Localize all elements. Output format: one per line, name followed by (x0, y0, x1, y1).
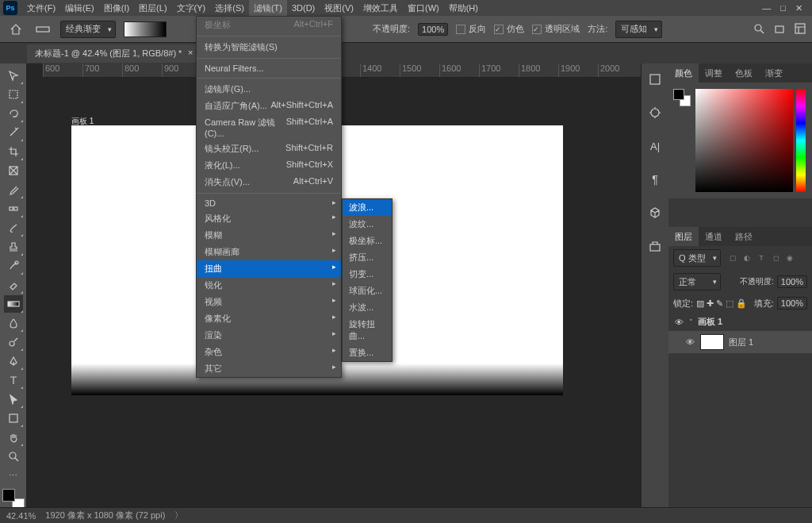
maximize-button[interactable]: □ (780, 3, 786, 13)
pen-tool[interactable] (4, 352, 23, 370)
workspace-icon[interactable] (795, 23, 806, 36)
menu-select[interactable]: 选择(S) (210, 0, 249, 17)
distort-ripple[interactable]: 波纹... (343, 216, 392, 233)
lasso-tool[interactable] (4, 105, 23, 122)
filter-sharpen[interactable]: 锐化 (197, 277, 341, 294)
zoom-tool[interactable] (4, 448, 23, 465)
panel-icon-para[interactable]: ¶ (647, 171, 663, 187)
frame-tool[interactable] (4, 162, 23, 179)
close-button[interactable]: ✕ (795, 3, 802, 13)
distort-displace[interactable]: 置换... (343, 344, 392, 361)
hue-slider[interactable] (796, 89, 806, 192)
tab-swatches[interactable]: 色板 (729, 63, 759, 83)
filter-blur-gallery[interactable]: 模糊画廊 (197, 244, 341, 260)
filter-3d[interactable]: 3D (197, 196, 341, 210)
filter-neural[interactable]: Neural Filters... (197, 61, 341, 75)
distort-polar[interactable]: 极坐标... (343, 233, 392, 249)
panel-icon-libs[interactable] (647, 238, 663, 254)
gradient-tool[interactable] (4, 295, 23, 313)
history-brush-tool[interactable] (4, 257, 23, 275)
menu-image[interactable]: 图像(I) (99, 0, 134, 17)
zoom-level[interactable]: 42.41% (6, 511, 36, 521)
layer-kind-dropdown[interactable]: Q 类型 (673, 249, 721, 267)
marquee-tool[interactable] (4, 86, 23, 103)
opacity-value[interactable]: 100% (418, 23, 448, 36)
filter-blur[interactable]: 模糊 (197, 227, 341, 244)
brush-tool[interactable] (4, 219, 23, 237)
layer-item[interactable]: 👁 图层 1 (668, 331, 812, 353)
panel-icon-learn[interactable] (647, 71, 663, 87)
path-select-tool[interactable] (4, 390, 23, 408)
filter-noise[interactable]: 杂色 (197, 344, 341, 360)
chevron-down-icon[interactable]: ˅ (689, 318, 693, 326)
panel-icon-adjust[interactable] (647, 105, 663, 121)
tab-color[interactable]: 颜色 (668, 63, 699, 83)
tab-gradients[interactable]: 渐变 (759, 63, 789, 83)
filter-last[interactable]: 极坐标Alt+Ctrl+F (197, 17, 341, 33)
minimize-button[interactable]: — (762, 3, 771, 13)
visibility-icon[interactable]: 👁 (684, 337, 695, 347)
share-icon[interactable] (774, 23, 785, 36)
filter-other[interactable]: 其它 (197, 360, 341, 377)
stamp-tool[interactable] (4, 238, 23, 256)
blend-mode-dropdown[interactable]: 正常 (673, 273, 721, 290)
eraser-tool[interactable] (4, 276, 23, 294)
doc-info[interactable]: 1920 像素 x 1080 像素 (72 ppi) (45, 510, 165, 521)
search-icon[interactable] (753, 23, 764, 36)
reverse-checkbox[interactable]: 反向 (456, 23, 486, 35)
menu-file[interactable]: 文件(F) (22, 0, 60, 17)
filter-gallery[interactable]: 滤镜库(G)... (197, 81, 341, 98)
fill-value[interactable]: 100% (777, 297, 807, 310)
edit-toolbar[interactable]: ⋯ (4, 467, 23, 484)
filter-adaptive[interactable]: 自适应广角(A)...Alt+Shift+Ctrl+A (197, 98, 341, 114)
menu-view[interactable]: 视图(V) (320, 0, 358, 17)
filter-convert-smart[interactable]: 转换为智能滤镜(S) (197, 39, 341, 56)
menu-plugins[interactable]: 增效工具 (358, 0, 403, 17)
layer-opacity-value[interactable]: 100% (777, 275, 807, 288)
filter-camera-raw[interactable]: Camera Raw 滤镜(C)...Shift+Ctrl+A (197, 114, 341, 140)
type-tool[interactable] (4, 371, 23, 389)
distort-wave[interactable]: 波浪... (343, 199, 392, 216)
home-button[interactable] (6, 20, 25, 39)
filter-render[interactable]: 渲染 (197, 327, 341, 344)
shape-tool[interactable] (4, 410, 23, 427)
document-tab[interactable]: 未标题-1 @ 42.4% (图层 1, RGB/8#) * (27, 44, 197, 63)
tab-channels[interactable]: 通道 (699, 227, 729, 246)
method-dropdown[interactable]: 可感知 (615, 21, 662, 38)
layer-filter-icons[interactable]: ▢◐T◻◉ (727, 252, 795, 263)
eyedropper-tool[interactable] (4, 181, 23, 198)
menu-filter[interactable]: 滤镜(T) (249, 0, 287, 17)
healing-tool[interactable] (4, 200, 23, 217)
menu-type[interactable]: 文字(Y) (172, 0, 211, 17)
transparency-checkbox[interactable]: 透明区域 (532, 23, 580, 35)
blur-tool[interactable] (4, 314, 23, 332)
color-picker-panel[interactable] (668, 83, 812, 198)
menu-layer[interactable]: 图层(L) (134, 0, 171, 17)
tab-layers[interactable]: 图层 (668, 227, 699, 246)
menu-edit[interactable]: 编辑(E) (60, 0, 99, 17)
dither-checkbox[interactable]: 仿色 (494, 23, 524, 35)
menu-window[interactable]: 窗口(W) (403, 0, 444, 17)
move-tool[interactable] (4, 67, 23, 84)
visibility-icon[interactable]: 👁 (673, 317, 684, 327)
lock-icons[interactable]: ▨ ✚ ✎ ⬚ 🔒 (696, 298, 747, 309)
wand-tool[interactable] (4, 124, 23, 141)
distort-spherize[interactable]: 球面化... (343, 283, 392, 299)
gradient-mode-dropdown[interactable]: 经典渐变 (60, 21, 116, 38)
filter-distort[interactable]: 扭曲 (197, 260, 341, 277)
status-arrow-icon[interactable]: 〉 (174, 510, 183, 521)
crop-tool[interactable] (4, 143, 23, 160)
color-field[interactable] (695, 89, 793, 192)
panel-icon-char[interactable]: A| (647, 138, 663, 154)
panel-icon-3d[interactable] (647, 205, 663, 221)
filter-video[interactable]: 视频 (197, 294, 341, 310)
filter-stylize[interactable]: 风格化 (197, 210, 341, 227)
distort-pinch[interactable]: 挤压... (343, 249, 392, 266)
distort-shear[interactable]: 切变... (343, 266, 392, 283)
tab-paths[interactable]: 路径 (729, 227, 759, 246)
layer-artboard[interactable]: 👁 ˅ 画板 1 (668, 313, 812, 331)
gradient-preview[interactable] (124, 21, 167, 37)
hand-tool[interactable] (4, 429, 23, 446)
dodge-tool[interactable] (4, 333, 23, 351)
menu-help[interactable]: 帮助(H) (444, 0, 483, 17)
